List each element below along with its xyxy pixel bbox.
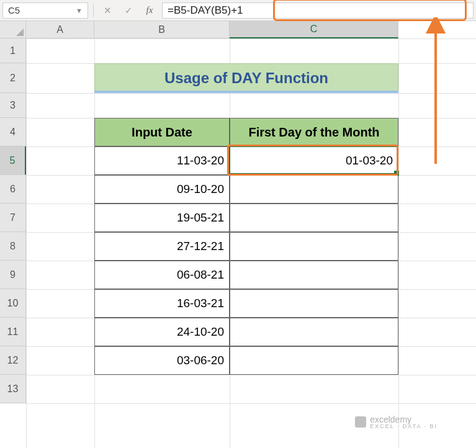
- formula-bar: C5 ▼ ✕ ✓ fx =B5-DAY(B5)+1: [0, 0, 476, 21]
- header-first-day-label: First Day of the Month: [248, 125, 379, 140]
- watermark-sub: EXCEL · DATA · BI: [370, 423, 438, 429]
- header-first-day: First Day of the Month: [230, 118, 398, 146]
- cell-C9[interactable]: [230, 261, 398, 289]
- select-all-corner[interactable]: [0, 21, 26, 38]
- row-header-3[interactable]: 3: [0, 93, 26, 118]
- cell-C8[interactable]: [230, 232, 398, 261]
- col-header-A[interactable]: A: [26, 21, 94, 38]
- col-header-C[interactable]: C: [230, 21, 398, 38]
- cell-C7[interactable]: [230, 204, 398, 232]
- name-box[interactable]: C5 ▼: [2, 2, 88, 19]
- row-header-10[interactable]: 10: [0, 289, 26, 318]
- cell-C5[interactable]: 01-03-20: [230, 146, 398, 175]
- cell-B10[interactable]: 16-03-21: [94, 289, 230, 318]
- cell-B11[interactable]: 24-10-20: [94, 318, 230, 346]
- watermark: exceldemy EXCEL · DATA · BI: [355, 414, 438, 429]
- cell-B6[interactable]: 09-10-20: [94, 175, 230, 204]
- separator: [93, 4, 94, 17]
- name-box-dropdown-icon[interactable]: ▼: [76, 7, 83, 14]
- cell-C12[interactable]: [230, 346, 398, 375]
- watermark-icon: [355, 416, 366, 428]
- header-input-date: Input Date: [94, 118, 230, 146]
- fx-icon[interactable]: fx: [141, 2, 158, 19]
- row-header-11[interactable]: 11: [0, 318, 26, 346]
- row-header-7[interactable]: 7: [0, 204, 26, 232]
- row-header-4[interactable]: 4: [0, 118, 26, 146]
- name-box-value: C5: [8, 5, 20, 16]
- cell-B9[interactable]: 06-08-21: [94, 261, 230, 289]
- formula-text: =B5-DAY(B5)+1: [168, 4, 243, 17]
- title-underline: [94, 91, 398, 93]
- row-header-5[interactable]: 5: [0, 146, 26, 175]
- row-header-12[interactable]: 12: [0, 346, 26, 375]
- cell-C6[interactable]: [230, 175, 398, 204]
- spreadsheet: ABC 12345678910111213 Usage of DAY Funct…: [0, 21, 476, 448]
- column-headers: ABC: [26, 21, 398, 38]
- cell-B7[interactable]: 19-05-21: [94, 204, 230, 232]
- title-text: Usage of DAY Function: [164, 69, 328, 87]
- row-header-2[interactable]: 2: [0, 63, 26, 93]
- grid[interactable]: Usage of DAY Function Input Date First D…: [26, 38, 476, 448]
- col-header-B[interactable]: B: [94, 21, 230, 38]
- cell-C10[interactable]: [230, 289, 398, 318]
- row-header-6[interactable]: 6: [0, 175, 26, 204]
- header-input-date-label: Input Date: [132, 125, 192, 140]
- cell-B8[interactable]: 27-12-21: [94, 232, 230, 261]
- title-cell: Usage of DAY Function: [94, 63, 398, 93]
- row-headers: 12345678910111213: [0, 38, 26, 403]
- cell-C11[interactable]: [230, 318, 398, 346]
- enter-icon[interactable]: ✓: [120, 2, 137, 19]
- row-header-8[interactable]: 8: [0, 232, 26, 261]
- cancel-icon[interactable]: ✕: [99, 2, 116, 19]
- row-header-9[interactable]: 9: [0, 261, 26, 289]
- formula-input[interactable]: =B5-DAY(B5)+1: [162, 2, 474, 19]
- cell-B12[interactable]: 03-06-20: [94, 346, 230, 375]
- row-header-1[interactable]: 1: [0, 38, 26, 63]
- row-header-13[interactable]: 13: [0, 375, 26, 403]
- cell-B5[interactable]: 11-03-20: [94, 146, 230, 175]
